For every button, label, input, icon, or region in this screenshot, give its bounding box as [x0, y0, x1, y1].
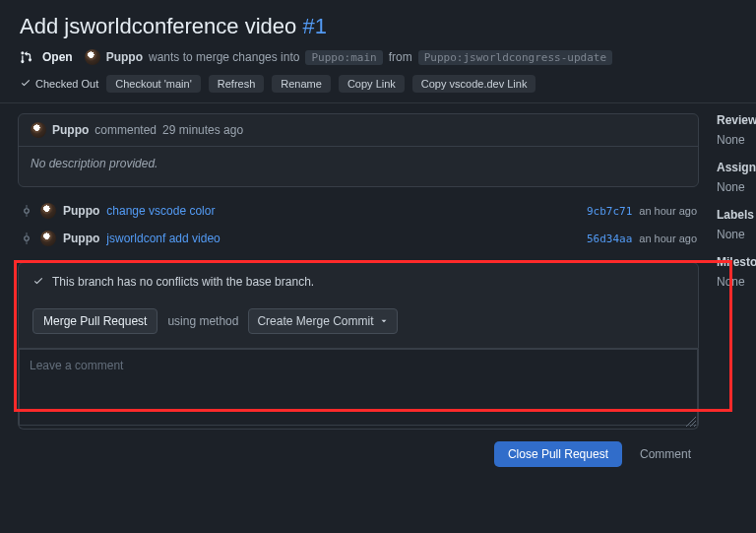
- footer-actions: Close Pull Request Comment: [18, 430, 699, 467]
- commit-row: Puppo change vscode color 9cb7c71 an hou…: [18, 197, 699, 225]
- pr-title-text: Add jsworldconference video: [20, 14, 296, 38]
- action-row: Checked Out Checkout 'main' Refresh Rena…: [0, 75, 756, 102]
- comment-body: No description provided.: [19, 147, 698, 186]
- sidebar: Reviewers None Assignees None Labels Non…: [717, 113, 756, 467]
- base-branch[interactable]: Puppo:main: [305, 50, 382, 65]
- chevron-down-icon: [379, 316, 389, 326]
- new-comment-box: [18, 349, 699, 430]
- sidebar-labels-value: None: [717, 228, 756, 241]
- avatar: [40, 203, 56, 219]
- commit-row: Puppo jsworldconf add video 56d34aa an h…: [18, 225, 699, 252]
- copy-vscode-button[interactable]: Copy vscode.dev Link: [412, 75, 536, 93]
- git-pull-request-icon: [20, 50, 33, 64]
- checked-out-status: Checked Out: [20, 78, 98, 90]
- refresh-button[interactable]: Refresh: [209, 75, 265, 93]
- sidebar-assignees-value: None: [717, 180, 756, 194]
- check-icon: [32, 276, 44, 288]
- head-branch[interactable]: Puppo:jsworldcongress-update: [418, 50, 612, 65]
- pr-author[interactable]: Puppo: [106, 50, 143, 64]
- checkout-button[interactable]: Checkout 'main': [106, 75, 201, 93]
- copy-link-button[interactable]: Copy Link: [339, 75, 405, 93]
- comment-time: 29 minutes ago: [162, 123, 243, 137]
- sidebar-reviewers-value: None: [717, 133, 756, 147]
- comment-button[interactable]: Comment: [632, 441, 699, 467]
- commit-time: an hour ago: [639, 233, 697, 244]
- svg-point-3: [25, 236, 30, 241]
- commit-author[interactable]: Puppo: [63, 204, 99, 218]
- close-pr-button[interactable]: Close Pull Request: [494, 441, 622, 467]
- comment-card: Puppo commented 29 minutes ago No descri…: [18, 113, 699, 187]
- merge-actions: Merge Pull Request using method Create M…: [19, 300, 698, 348]
- commit-message[interactable]: jsworldconf add video: [106, 232, 220, 245]
- avatar: [31, 122, 46, 138]
- pr-title: Add jsworldconference video #1: [0, 0, 756, 47]
- commit-icon: [20, 205, 33, 217]
- comment-header: Puppo commented 29 minutes ago: [19, 114, 698, 147]
- comment-verb: commented: [94, 123, 157, 137]
- merge-method-value: Create Merge Commit: [257, 314, 373, 328]
- rename-button[interactable]: Rename: [272, 75, 331, 93]
- sidebar-milestone-heading: Milestone: [717, 255, 756, 269]
- commit-author[interactable]: Puppo: [63, 232, 99, 245]
- svg-point-0: [25, 209, 30, 214]
- sidebar-milestone-value: None: [717, 275, 756, 289]
- commit-sha[interactable]: 56d34aa: [587, 233, 632, 245]
- pr-state: Open: [42, 50, 73, 64]
- merge-status-text: This branch has no conflicts with the ba…: [52, 275, 314, 289]
- commit-message[interactable]: change vscode color: [106, 204, 215, 218]
- avatar: [85, 49, 100, 65]
- merge-pr-button[interactable]: Merge Pull Request: [32, 308, 158, 334]
- avatar: [40, 231, 56, 246]
- comment-textarea[interactable]: [19, 349, 698, 426]
- comment-author[interactable]: Puppo: [52, 123, 89, 137]
- merge-status: This branch has no conflicts with the ba…: [19, 263, 698, 300]
- commit-time: an hour ago: [639, 205, 697, 217]
- merge-box: This branch has no conflicts with the ba…: [18, 262, 699, 349]
- commit-icon: [20, 233, 33, 244]
- merge-text-from: from: [389, 50, 412, 64]
- sidebar-assignees-heading: Assignees: [717, 161, 756, 174]
- merge-method-select[interactable]: Create Merge Commit: [248, 308, 398, 334]
- sidebar-reviewers-heading: Reviewers: [717, 113, 756, 127]
- sidebar-labels-heading: Labels: [717, 208, 756, 222]
- merge-method-label: using method: [167, 314, 238, 328]
- resize-handle-icon[interactable]: [686, 417, 696, 427]
- pr-number: #1: [302, 14, 326, 38]
- pr-meta: Open Puppo wants to merge changes into P…: [0, 47, 756, 75]
- commit-sha[interactable]: 9cb7c71: [587, 205, 632, 218]
- merge-text: wants to merge changes into: [149, 50, 299, 64]
